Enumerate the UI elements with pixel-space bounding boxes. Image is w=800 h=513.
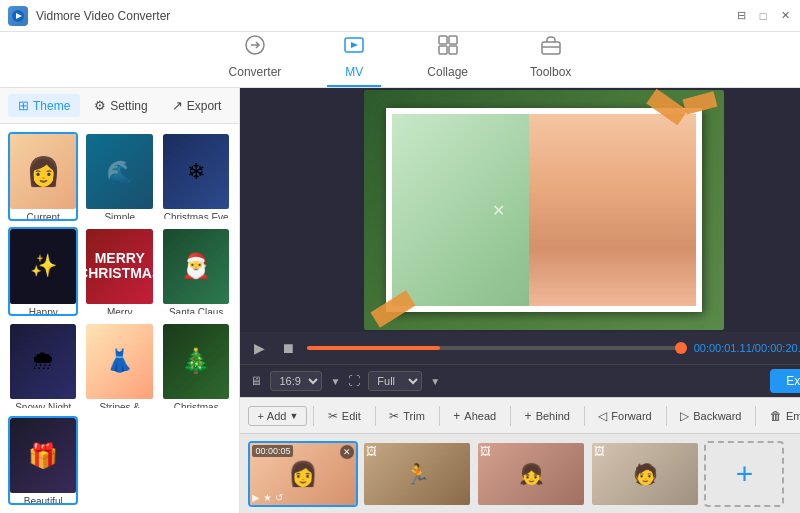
zoom-arrow-icon: ▼ <box>430 376 440 387</box>
theme-christmas-tree-label: Christmas Tree <box>163 399 229 411</box>
theme-stripes-waves[interactable]: 👗 Stripes & Waves <box>84 322 154 411</box>
main-area: ⊞ Theme ⚙ Setting ↗ Export 👩 Current 🌊 S <box>0 88 800 513</box>
empty-icon: 🗑 <box>770 409 782 423</box>
theme-beautiful-christmas[interactable]: 🎁 Beautiful Christmas <box>8 416 78 505</box>
theme-santa-claus-label: Santa Claus <box>163 304 229 316</box>
film-type-icon-2: 🖼 <box>366 445 377 457</box>
film-item-1[interactable]: 👩 ✕ 00:00:05 ▶ ★ ↺ <box>248 441 358 507</box>
export-tab-icon: ↗ <box>172 98 183 113</box>
film-item-2[interactable]: 🏃 🖼 <box>362 441 472 507</box>
maximize-icon[interactable]: □ <box>756 9 770 23</box>
theme-simple[interactable]: 🌊 Simple <box>84 132 154 221</box>
zoom-select[interactable]: Full Fit Crop <box>368 371 422 391</box>
film-thumb-3: 👧 <box>478 443 584 505</box>
play-button[interactable]: ▶ <box>250 338 269 358</box>
tab-setting[interactable]: ⚙ Setting <box>84 94 157 117</box>
theme-snowy-night[interactable]: 🌨 Snowy Night <box>8 322 78 411</box>
ahead-label: Ahead <box>464 410 496 422</box>
preview-canvas: ✕ <box>364 90 724 330</box>
left-panel: ⊞ Theme ⚙ Setting ↗ Export 👩 Current 🌊 S <box>0 88 240 513</box>
edit-button[interactable]: ✂ Edit <box>320 405 369 427</box>
film-play-icon[interactable]: ▶ <box>252 492 260 503</box>
film-add-button[interactable]: + <box>704 441 784 507</box>
tab-theme[interactable]: ⊞ Theme <box>8 94 80 117</box>
theme-merry-christmas-thumbnail: MERRYCHRISTMAS <box>86 229 152 304</box>
nav-collage-label: Collage <box>427 65 468 79</box>
film-item-3[interactable]: 👧 🖼 <box>476 441 586 507</box>
theme-christmas-tree[interactable]: 🎄 Christmas Tree <box>161 322 231 411</box>
theme-snowy-night-thumbnail: 🌨 <box>10 324 76 399</box>
behind-label: Behind <box>536 410 570 422</box>
theme-christmas-tree-thumbnail: 🎄 <box>163 324 229 399</box>
setting-tab-icon: ⚙ <box>94 98 106 113</box>
film-close-1[interactable]: ✕ <box>340 445 354 459</box>
film-loop-icon[interactable]: ↺ <box>275 492 283 503</box>
trim-button[interactable]: ✂ Trim <box>381 405 433 427</box>
ahead-button[interactable]: + Ahead <box>445 405 504 427</box>
theme-santa-claus[interactable]: 🎅 Santa Claus <box>161 227 231 316</box>
add-button[interactable]: + Add ▼ <box>248 406 307 426</box>
mv-icon <box>343 34 365 61</box>
nav-converter[interactable]: Converter <box>213 32 298 87</box>
current-time: 00:00:01.11 <box>694 342 752 354</box>
stop-button[interactable]: ⏹ <box>277 338 299 358</box>
filmstrip: 👩 ✕ 00:00:05 ▶ ★ ↺ 🏃 🖼 👧 🖼 � <box>240 433 800 513</box>
theme-simple-thumbnail: 🌊 <box>86 134 152 209</box>
film-add-icon: + <box>736 457 754 491</box>
empty-button[interactable]: 🗑 Empty <box>762 405 800 427</box>
tab-theme-label: Theme <box>33 99 70 113</box>
film-time-1: 00:00:05 <box>252 445 293 457</box>
svg-rect-6 <box>439 46 447 54</box>
forward-label: Forward <box>611 410 651 422</box>
nav-toolbox[interactable]: Toolbox <box>514 32 587 87</box>
ahead-icon: + <box>453 409 460 423</box>
behind-button[interactable]: + Behind <box>517 405 578 427</box>
theme-santa-claus-thumbnail: 🎅 <box>163 229 229 304</box>
forward-button[interactable]: ◁ Forward <box>590 405 659 427</box>
nav-toolbox-label: Toolbox <box>530 65 571 79</box>
film-thumb-2: 🏃 <box>364 443 470 505</box>
toolbox-icon <box>540 34 562 61</box>
film-type-icon-4: 🖼 <box>594 445 605 457</box>
theme-grid: 👩 Current 🌊 Simple ❄ Christmas Eve ✓ ✨ H… <box>0 124 239 513</box>
photo-close-icon[interactable]: ✕ <box>492 201 505 220</box>
backward-button[interactable]: ▷ Backward <box>672 405 749 427</box>
theme-stripes-waves-label: Stripes & Waves <box>86 399 152 411</box>
backward-label: Backward <box>693 410 741 422</box>
theme-christmas-eve-thumbnail: ❄ <box>163 134 229 209</box>
theme-current[interactable]: 👩 Current <box>8 132 78 221</box>
behind-icon: + <box>525 409 532 423</box>
theme-happy[interactable]: ✓ ✨ Happy <box>8 227 78 316</box>
close-icon[interactable]: ✕ <box>778 9 792 23</box>
right-panel: ✕ ▶ ⏹ 00:00:01.11/00:00:20.00 🔊 <box>240 88 800 513</box>
film-controls-1: ▶ ★ ↺ <box>252 492 283 503</box>
theme-merry-christmas[interactable]: MERRYCHRISTMAS Merry Christmas <box>84 227 154 316</box>
film-star-icon[interactable]: ★ <box>263 492 272 503</box>
progress-bar[interactable] <box>307 346 685 350</box>
photo-frame: ✕ <box>386 108 702 312</box>
theme-christmas-eve-label: Christmas Eve <box>163 209 229 221</box>
theme-snowy-night-label: Snowy Night <box>10 399 76 411</box>
tab-export[interactable]: ↗ Export <box>162 94 232 117</box>
nav-collage[interactable]: Collage <box>411 32 484 87</box>
nav-mv[interactable]: MV <box>327 32 381 87</box>
ratio-arrow-icon: ▼ <box>330 376 340 387</box>
svg-rect-7 <box>449 46 457 54</box>
forward-icon: ◁ <box>598 409 607 423</box>
tab-export-label: Export <box>187 99 222 113</box>
backward-icon: ▷ <box>680 409 689 423</box>
add-label: Add <box>267 410 287 422</box>
monitor-icon: 🖥 <box>250 374 262 388</box>
svg-rect-4 <box>439 36 447 44</box>
theme-christmas-eve[interactable]: ❄ Christmas Eve <box>161 132 231 221</box>
add-arrow-icon: ▼ <box>289 411 298 421</box>
theme-simple-label: Simple <box>86 209 152 221</box>
export-button[interactable]: Export <box>770 369 800 393</box>
progress-fill <box>307 346 439 350</box>
window-controls: ⊟ □ ✕ <box>734 9 792 23</box>
ratio-select[interactable]: 16:9 4:3 1:1 <box>270 371 322 391</box>
add-plus-icon: + <box>257 410 263 422</box>
minimize-icon[interactable]: ⊟ <box>734 9 748 23</box>
film-item-4[interactable]: 🧑 🖼 <box>590 441 700 507</box>
edit-label: Edit <box>342 410 361 422</box>
